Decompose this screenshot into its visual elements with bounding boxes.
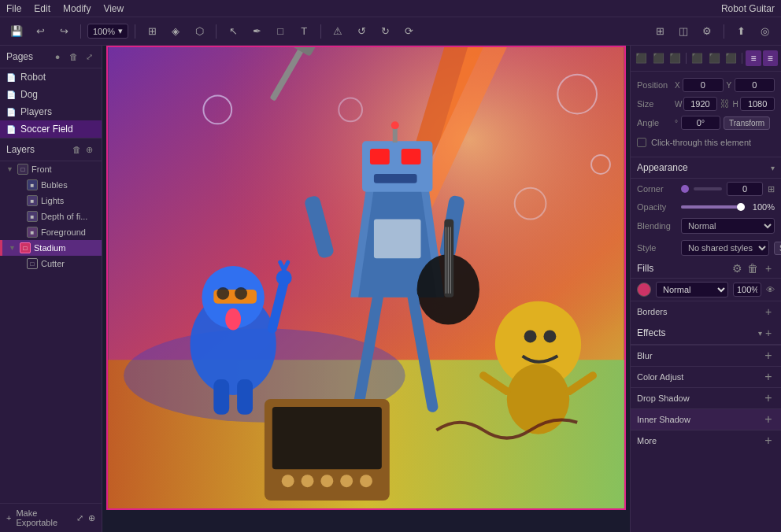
color-adjust-add-icon[interactable]: +: [762, 371, 775, 383]
align-center-h-button[interactable]: ⬛: [650, 50, 665, 66]
svg-rect-24: [374, 174, 417, 183]
svg-rect-37: [272, 407, 382, 469]
effects-add-icon[interactable]: +: [762, 327, 775, 339]
svg-point-44: [524, 331, 537, 343]
share-button[interactable]: ◎: [754, 22, 775, 41]
save-button[interactable]: 💾: [6, 22, 27, 41]
make-exportable-icon: +: [6, 513, 11, 523]
distribute-v-button[interactable]: ≡: [763, 50, 778, 66]
click-through-checkbox[interactable]: [637, 138, 646, 147]
blending-select[interactable]: Normal: [681, 218, 775, 234]
layer-item-lights[interactable]: ■ Lights: [9, 193, 102, 209]
layer-item-bubbles[interactable]: ■ Bubles: [9, 177, 102, 193]
pages-add-icon[interactable]: ⤢: [83, 50, 95, 63]
distribute-h-button[interactable]: ≡: [746, 50, 761, 66]
layer-item-front[interactable]: ▼ □ Front: [0, 161, 102, 177]
size-w-input[interactable]: [683, 97, 716, 111]
fill-mode-select[interactable]: Normal: [656, 282, 728, 297]
layer-item-foreground[interactable]: ■ Foreground: [9, 224, 102, 240]
corner-value-input[interactable]: [727, 182, 763, 196]
export-button[interactable]: ⬆: [731, 22, 751, 41]
fit-button[interactable]: ⊞: [142, 22, 162, 41]
corner-slider[interactable]: [694, 187, 722, 190]
pages-header: Pages ● 🗑 ⤢: [0, 46, 102, 68]
page-item-robot[interactable]: 📄 Robot: [0, 68, 102, 86]
refresh-button[interactable]: ⟳: [398, 22, 419, 41]
opacity-slider[interactable]: [681, 205, 745, 209]
size-h-input[interactable]: [740, 97, 775, 111]
effects-header[interactable]: Effects ▾ +: [631, 322, 781, 345]
settings-button[interactable]: ⚙: [697, 22, 717, 41]
position-y-input[interactable]: [735, 78, 775, 92]
fill-opacity-input[interactable]: [733, 283, 761, 297]
effect-drop-shadow: Drop Shadow +: [631, 387, 781, 408]
menu-modify[interactable]: Modify: [63, 3, 91, 14]
layers-delete-icon[interactable]: 🗑: [70, 143, 83, 156]
rotate-right-button[interactable]: ↻: [375, 22, 395, 41]
appearance-header[interactable]: Appearance ▾: [631, 157, 781, 179]
zoom-value: 100%: [93, 27, 115, 36]
grid-button[interactable]: ⊞: [650, 22, 670, 41]
fills-label: Fills: [637, 263, 731, 274]
y-label: Y: [727, 81, 733, 90]
shape-tool[interactable]: □: [270, 22, 291, 41]
style-select[interactable]: No shared styles: [681, 240, 769, 256]
page-item-dog[interactable]: 📄 Dog: [0, 86, 102, 103]
more-add-icon[interactable]: +: [762, 434, 775, 447]
mask-button[interactable]: ⬡: [189, 22, 209, 41]
layer-item-depth[interactable]: ■ Depth of fi...: [9, 209, 102, 224]
pages-header-icons: ● 🗑 ⤢: [51, 50, 95, 63]
blending-label: Blending: [637, 221, 676, 231]
fills-delete-icon[interactable]: 🗑: [746, 262, 759, 275]
fill-color-swatch[interactable]: [637, 283, 651, 297]
page-item-players[interactable]: 📄 Players: [0, 103, 102, 120]
layer-item-cutter[interactable]: □ Cutter: [9, 256, 102, 272]
angle-input[interactable]: [681, 116, 720, 130]
sync-button[interactable]: Sync: [774, 242, 781, 255]
pen-tool[interactable]: ✒: [246, 22, 267, 41]
make-exportable-button[interactable]: + Make Exportable ⤢ ⊕: [0, 503, 102, 532]
chain-icon[interactable]: ⛓: [720, 98, 730, 109]
component-button[interactable]: ◈: [165, 22, 186, 41]
borders-add-icon[interactable]: +: [762, 305, 775, 318]
toolbar-divider-3: [216, 24, 217, 39]
fills-add-icon[interactable]: +: [762, 262, 775, 275]
position-x-input[interactable]: [683, 78, 723, 92]
rotate-left-button[interactable]: ↺: [351, 22, 372, 41]
pages-dot-icon[interactable]: ●: [51, 50, 64, 63]
corner-expand-icon[interactable]: ⊞: [768, 184, 775, 194]
inner-shadow-add-icon[interactable]: +: [762, 413, 775, 426]
drop-shadow-add-icon[interactable]: +: [762, 392, 775, 405]
fills-settings-icon[interactable]: ⚙: [731, 262, 743, 275]
align-top-button[interactable]: ⬛: [690, 50, 705, 66]
move-tool[interactable]: ↖: [223, 22, 243, 41]
warning-button[interactable]: ⚠: [328, 22, 348, 41]
svg-rect-23: [402, 149, 421, 164]
page-item-soccer-field[interactable]: 📄 Soccer Field: [0, 120, 102, 138]
transform-button[interactable]: Transform: [724, 116, 770, 130]
svg-point-11: [225, 308, 241, 331]
fill-visibility-icon[interactable]: 👁: [766, 285, 775, 294]
layers-list: ▼ □ Front ■ Bubles ■ Lights ■ Depth of f…: [0, 161, 102, 503]
zoom-control[interactable]: 100% ▾: [87, 24, 128, 39]
align-left-button[interactable]: ⬛: [634, 50, 649, 66]
menu-file[interactable]: File: [6, 3, 21, 14]
layers-add-icon[interactable]: ⊕: [83, 143, 95, 156]
menu-edit[interactable]: Edit: [34, 3, 50, 14]
svg-rect-22: [370, 149, 390, 164]
svg-rect-20: [374, 220, 421, 259]
align-middle-v-button[interactable]: ⬛: [707, 50, 722, 66]
page-icon-players: 📄: [6, 108, 16, 116]
text-tool[interactable]: T: [294, 22, 314, 41]
canvas-area[interactable]: [102, 46, 630, 532]
undo-button[interactable]: ↩: [30, 22, 50, 41]
align-right-button[interactable]: ⬛: [668, 50, 683, 66]
menu-view[interactable]: View: [103, 3, 124, 14]
appearance-label: Appearance: [637, 162, 771, 173]
slice-button[interactable]: ◫: [673, 22, 694, 41]
blur-add-icon[interactable]: +: [762, 349, 775, 362]
layer-item-stadium[interactable]: ▼ □ Stadium: [0, 240, 102, 256]
align-bottom-button[interactable]: ⬛: [724, 50, 738, 66]
redo-button[interactable]: ↪: [54, 22, 74, 41]
pages-delete-icon[interactable]: 🗑: [67, 50, 80, 63]
